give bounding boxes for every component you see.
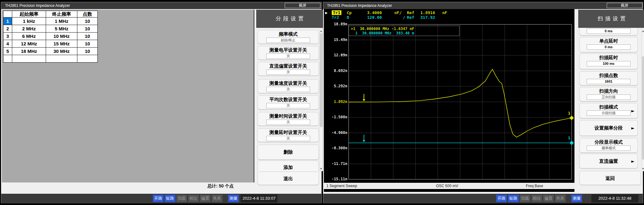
table-cell[interactable]: 10: [77, 18, 98, 25]
panel-button[interactable]: 平均次数设置开关关: [257, 95, 319, 110]
table-header-row: 起始频率终止频率点数: [3, 11, 98, 18]
status-button[interactable]: 偏置: [543, 195, 554, 202]
y-axis-label: 12.09n: [324, 53, 347, 57]
table-row[interactable]: 11 kHz1 MHz10: [3, 18, 98, 25]
table-cell[interactable]: 1 kHz: [12, 18, 46, 25]
panel-button[interactable]: 测量时间设置开关关: [257, 112, 319, 126]
table-cell[interactable]: 10: [77, 33, 98, 40]
row-number-cell[interactable]: 4: [3, 40, 12, 48]
menu-arrow-icon: ►: [631, 126, 635, 131]
legend-scale: 3.4000: [367, 10, 382, 15]
table-row[interactable]: 518 MHz30 MHz10: [3, 48, 98, 55]
table-cell[interactable]: 5 MHz: [46, 25, 77, 33]
status-button[interactable]: 相位: [532, 195, 542, 202]
row-number-cell[interactable]: 2: [3, 25, 12, 33]
panel-button-value: 关: [266, 54, 310, 59]
y-axis-label: -15.11n: [324, 177, 347, 181]
table-cell[interactable]: [46, 55, 77, 63]
panel-button-label: 扫描方向: [580, 88, 637, 94]
return-button[interactable]: 返回: [579, 171, 641, 185]
table-cell[interactable]: 6 MHz: [12, 33, 46, 40]
panel-button[interactable]: 0 ms: [579, 28, 638, 35]
scrollbar-thumb[interactable]: [642, 56, 644, 160]
status-button[interactable]: 短路: [508, 195, 519, 202]
status-button[interactable]: 夹具: [555, 195, 566, 202]
table-cell[interactable]: 10: [77, 40, 98, 48]
sweep-settings-window: TH2851 Precision Impedance Analyzer 截屏 1…: [323, 2, 643, 203]
segment-arrow-icon: [363, 140, 365, 142]
marker-number-label: 1: [568, 111, 570, 115]
column-header: 起始频率: [12, 11, 46, 18]
table-cell[interactable]: [12, 55, 46, 63]
column-header: 点数: [77, 11, 98, 18]
panel-button[interactable]: 频率模式起始/终止: [257, 30, 319, 44]
panel-button-label: 分段显示模式: [580, 139, 637, 145]
table-cell[interactable]: 18 MHz: [12, 48, 46, 55]
marker-diamond-icon[interactable]: [569, 141, 574, 145]
status-button[interactable]: 开路: [153, 195, 164, 202]
table-cell[interactable]: [77, 55, 98, 63]
scroll-up-icon[interactable]: [641, 28, 644, 33]
panel-button[interactable]: 测量速度设置开关关: [257, 79, 319, 93]
status-button[interactable]: 偏置: [200, 195, 210, 202]
segment-table[interactable]: 起始频率终止频率点数11 kHz1 MHz1022 MHz5 MHz1036 M…: [3, 11, 98, 63]
panel-button[interactable]: 直流偏置设置开关关: [257, 62, 319, 76]
status-button[interactable]: 负载: [520, 195, 530, 202]
table-row[interactable]: 36 MHz10 MHz10: [3, 33, 98, 40]
sweep-type-label: 1 Segment Sweep: [326, 184, 357, 188]
row-number-cell[interactable]: 5: [3, 48, 12, 55]
table-cell[interactable]: 1 MHz: [46, 18, 77, 25]
status-button[interactable]: 相位: [188, 195, 199, 202]
status-bar: 开路短路负载相位偏置夹具测量2022-4-8 11:32:48: [323, 194, 643, 203]
panel-button[interactable]: 直流偏置►: [579, 154, 638, 168]
table-cell[interactable]: 30 MHz: [46, 48, 77, 55]
scroll-down-icon[interactable]: [319, 167, 323, 171]
exit-button[interactable]: 退出: [257, 172, 319, 185]
panel-button[interactable]: 扫描方向正向扫描: [579, 87, 638, 101]
panel-button-value: 正向扫描: [587, 95, 631, 100]
scroll-down-icon[interactable]: [641, 167, 644, 171]
marker-diamond-icon[interactable]: [569, 116, 574, 120]
table-cell[interactable]: 10: [77, 25, 98, 33]
row-number-cell[interactable]: 3: [3, 33, 12, 40]
panel-button[interactable]: 测量延时设置开关关: [257, 128, 319, 142]
panel-button[interactable]: 扫描模式分段扫描►: [579, 103, 638, 118]
table-cell[interactable]: 10: [77, 48, 98, 55]
table-row[interactable]: 412 MHz15 MHz10: [3, 40, 98, 48]
panel-button-label: 测量时间设置开关: [258, 113, 319, 119]
table-cell[interactable]: 15 MHz: [46, 40, 77, 48]
status-button[interactable]: 测量: [571, 195, 582, 202]
table-cell[interactable]: 2 MHz: [12, 25, 46, 33]
panel-button[interactable]: 添加: [257, 161, 319, 171]
panel-button[interactable]: 删除: [257, 145, 319, 160]
table-row[interactable]: 22 MHz5 MHz10: [3, 25, 98, 33]
row-number-cell[interactable]: [3, 55, 12, 63]
panel-button[interactable]: 设置频率分段►: [579, 120, 638, 136]
scroll-up-icon[interactable]: [319, 28, 323, 33]
screenshot-button[interactable]: 截屏: [285, 3, 320, 8]
panel-button[interactable]: 扫描点数1601: [579, 71, 638, 85]
table-cell[interactable]: 10 MHz: [46, 33, 77, 40]
panel-button-value: 关: [266, 69, 310, 75]
status-button[interactable]: 夹具: [212, 195, 222, 202]
segment-table-area: 起始频率终止频率点数11 kHz1 MHz1022 MHz5 MHz1036 M…: [2, 10, 254, 182]
panel-button[interactable]: 扫描延时100 ms: [579, 54, 638, 69]
marker-readout-line: >1 30.000000 MHz -1.6347 nF: [351, 27, 414, 31]
table-cell[interactable]: 12 MHz: [12, 40, 46, 48]
panel-button-value: 0 ms: [587, 44, 631, 50]
scrollbar-thumb[interactable]: [320, 33, 323, 127]
panel-scroll-area: 0 ms单点延时0 ms扫描延时100 ms扫描点数1601扫描方向正向扫描扫描…: [578, 28, 641, 171]
status-button[interactable]: 负载: [176, 195, 187, 202]
segment-setup-window: TH2851 Precision Impedance Analyzer 截屏 起…: [1, 2, 322, 203]
status-button[interactable]: 短路: [165, 195, 175, 202]
panel-button[interactable]: 测量电平设置开关关: [257, 46, 319, 60]
panel-scrollbar[interactable]: [641, 28, 644, 171]
status-button[interactable]: 开路: [496, 195, 507, 202]
screenshot-button[interactable]: 截屏: [607, 3, 642, 8]
status-button[interactable]: 测量: [228, 195, 239, 202]
table-row[interactable]: [3, 55, 98, 63]
panel-button[interactable]: 单点延时0 ms: [579, 37, 638, 52]
panel-button[interactable]: 分段显示模式频率模式: [579, 138, 638, 153]
panel-button-label: 扫描延时: [580, 55, 637, 61]
row-number-cell[interactable]: 1: [3, 18, 12, 25]
